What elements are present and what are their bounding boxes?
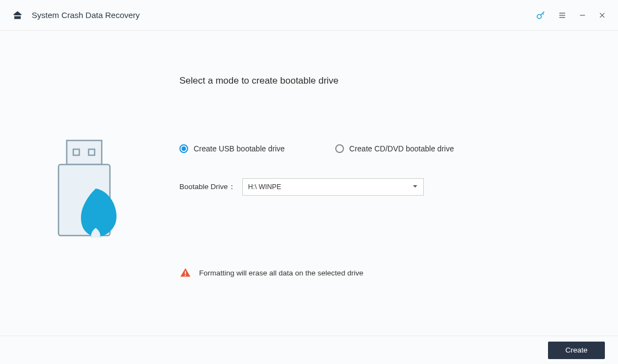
radio-label: Create CD/DVD bootable drive [349, 144, 454, 153]
bootable-drive-select[interactable]: H:\ WINPE [242, 178, 424, 196]
svg-rect-8 [67, 140, 102, 165]
radio-icon [335, 144, 344, 153]
minimize-icon[interactable] [579, 11, 586, 19]
svg-rect-12 [185, 271, 186, 274]
svg-rect-0 [14, 15, 21, 16]
drive-row: Bootable Drive： H:\ WINPE [179, 178, 618, 196]
titlebar: System Crash Data Recovery [0, 0, 618, 31]
home-icon[interactable] [12, 10, 23, 21]
radio-usb-bootable[interactable]: Create USB bootable drive [179, 144, 285, 153]
menu-icon[interactable] [558, 11, 567, 20]
illustration-panel [4, 31, 168, 336]
key-icon[interactable] [536, 10, 546, 20]
radio-row: Create USB bootable drive Create CD/DVD … [179, 144, 618, 153]
titlebar-left: System Crash Data Recovery [12, 10, 140, 21]
app-title: System Crash Data Recovery [32, 10, 140, 20]
create-button[interactable]: Create [548, 342, 605, 359]
bootable-drive-label: Bootable Drive： [179, 182, 236, 192]
close-icon[interactable] [598, 11, 606, 19]
main-panel: Select a mode to create bootable drive C… [168, 31, 618, 336]
chevron-down-icon [412, 184, 418, 190]
titlebar-right [536, 10, 606, 20]
drive-select-value: H:\ WINPE [248, 183, 281, 191]
radio-label: Create USB bootable drive [194, 144, 285, 153]
footer: Create [0, 336, 618, 364]
main-heading: Select a mode to create bootable drive [179, 75, 618, 86]
svg-rect-13 [185, 275, 186, 276]
warning-text: Formatting will erase all data on the se… [199, 269, 363, 277]
warning-triangle-icon [179, 267, 191, 279]
radio-icon [179, 144, 188, 153]
radio-cddvd-bootable[interactable]: Create CD/DVD bootable drive [335, 144, 454, 153]
warning-row: Formatting will erase all data on the se… [179, 267, 618, 279]
content: Select a mode to create bootable drive C… [0, 31, 618, 336]
usb-flame-icon [51, 138, 122, 250]
